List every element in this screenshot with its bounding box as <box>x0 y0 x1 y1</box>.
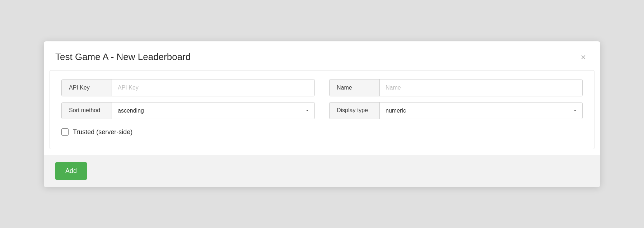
modal: Test Game A - New Leaderboard × API Key … <box>44 41 600 187</box>
trusted-row: Trusted (server-side) <box>61 125 315 138</box>
name-input[interactable] <box>380 79 582 96</box>
trusted-label[interactable]: Trusted (server-side) <box>73 128 132 136</box>
sort-method-label: Sort method <box>62 102 112 119</box>
display-type-select[interactable]: numeric time <box>380 102 582 119</box>
modal-header: Test Game A - New Leaderboard × <box>44 41 600 70</box>
sort-method-select[interactable]: ascending descending <box>112 102 314 119</box>
api-key-input[interactable] <box>112 79 314 96</box>
trusted-checkbox[interactable] <box>61 128 69 136</box>
display-type-row: Display type numeric time <box>329 102 583 119</box>
modal-body: API Key Name Sort method ascending desce… <box>50 70 594 149</box>
modal-footer: Add <box>44 155 600 187</box>
close-button[interactable]: × <box>578 51 589 63</box>
modal-title: Test Game A - New Leaderboard <box>55 51 191 63</box>
api-key-row: API Key <box>61 79 315 96</box>
name-label: Name <box>330 79 380 96</box>
name-row: Name <box>329 79 583 96</box>
add-button[interactable]: Add <box>55 162 87 180</box>
form-grid: API Key Name Sort method ascending desce… <box>61 79 583 138</box>
sort-method-row: Sort method ascending descending <box>61 102 315 119</box>
api-key-label: API Key <box>62 79 112 96</box>
display-type-label: Display type <box>330 102 380 119</box>
